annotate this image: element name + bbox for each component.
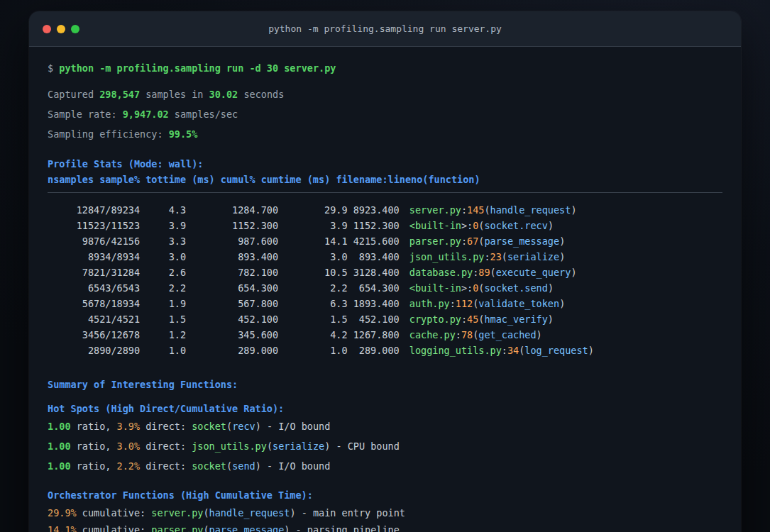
line-number: 45 — [467, 314, 478, 325]
bound-note: - CPU bound — [330, 440, 400, 452]
close-paren: ) — [548, 220, 554, 231]
sample-rate-line: Sample rate: 9,947.02 samples/sec — [48, 107, 722, 121]
filename: parser.py — [151, 524, 203, 532]
cumulative-label: cumulative: — [77, 524, 152, 532]
function-location-cell: database.py:89(execute_query) — [409, 267, 577, 278]
orchestrator-title: Orchestrator Functions (High Cumulative … — [48, 488, 722, 502]
close-paren: ) — [548, 314, 554, 325]
function-location-cell: cache.py:78(get_cached) — [409, 329, 542, 340]
terminal-output: $ python -m profiling.sampling run -d 30… — [29, 47, 741, 532]
profile-table-row: 7821/312842.6782.10010.53128.400database… — [48, 265, 722, 280]
tottime-cell: 782.100 — [186, 265, 278, 280]
colon-separator: : — [484, 251, 490, 262]
function-name: handle_request — [490, 204, 571, 216]
open-paren: ( — [267, 440, 273, 452]
close-paren: ) — [548, 282, 554, 294]
hot-spot-row: 1.00 ratio, 3.9% direct: socket(recv) - … — [48, 416, 722, 436]
close-paren: ) — [290, 507, 295, 519]
minimize-button[interactable] — [57, 25, 65, 33]
cumulative-label: cumulative: — [77, 507, 152, 519]
function-name: get_cached — [478, 329, 536, 340]
function-name: socket.send — [484, 282, 547, 294]
orchestrator-row: 14.1% cumulative: parser.py(parse_messag… — [48, 521, 722, 532]
sample-pct-cell: 4.3 — [140, 202, 186, 218]
filename: json_utils.py — [409, 251, 485, 262]
profile-table-row: 9876/421563.3987.60014.14215.600parser.p… — [48, 233, 722, 249]
nsamples-cell: 6543/6543 — [48, 280, 140, 296]
cumtime-cell: 8923.400 — [348, 202, 400, 218]
colon-separator: : — [456, 329, 461, 340]
ratio-value: 1.00 — [48, 460, 71, 472]
direct-label: direct: — [140, 440, 192, 452]
bound-note: - I/O bound — [261, 460, 331, 472]
cumul-pct-cell: 14.1 — [278, 233, 348, 249]
captured-label: Captured — [48, 89, 99, 100]
nsamples-cell: 3456/12678 — [48, 327, 140, 343]
colon-separator: : — [461, 235, 467, 247]
colon-separator: : — [450, 298, 456, 309]
close-button[interactable] — [43, 25, 51, 33]
filename: <built-in — [409, 282, 461, 294]
profile-table-row: 5678/189341.9567.8006.31893.400auth.py:1… — [48, 296, 722, 311]
captured-samples-line: Captured 298,547 samples in 30.02 second… — [48, 87, 722, 101]
direct-label: direct: — [140, 460, 192, 472]
hot-spot-row: 1.00 ratio, 2.2% direct: socket(send) - … — [48, 456, 722, 476]
command-line: $ python -m profiling.sampling run -d 30… — [48, 61, 722, 75]
nsamples-cell: 2890/2890 — [48, 343, 140, 358]
summary-title: Summary of Interesting Functions: — [48, 377, 722, 392]
close-paren: ) — [537, 329, 542, 340]
cumulative-pct: 29.9% — [48, 507, 77, 519]
nsamples-cell: 4521/4521 — [48, 311, 140, 327]
nsamples-cell: 8934/8934 — [48, 249, 140, 265]
profile-table-row: 11523/115233.91152.3003.91152.300<built-… — [48, 218, 722, 233]
ratio-value: 1.00 — [48, 421, 71, 432]
sample-pct-cell: 2.6 — [140, 265, 186, 280]
profile-table-row: 3456/126781.2345.6004.21267.800cache.py:… — [48, 327, 722, 343]
titlebar[interactable]: python -m profiling.sampling run server.… — [29, 11, 741, 47]
cumtime-cell: 1152.300 — [348, 218, 400, 233]
sample-pct-cell: 3.0 — [140, 249, 186, 265]
cumtime-cell: 289.000 — [348, 343, 400, 358]
colon-separator: : — [461, 314, 467, 325]
sample-pct-cell: 3.9 — [140, 218, 186, 233]
maximize-button[interactable] — [71, 25, 79, 33]
close-paren: ) — [559, 251, 565, 262]
function-name: socket.recv — [484, 220, 547, 231]
cumul-pct-cell: 1.0 — [278, 343, 348, 358]
nsamples-cell: 11523/11523 — [48, 218, 140, 233]
profile-table-row: 4521/45211.5452.1001.5452.100crypto.py:4… — [48, 311, 722, 327]
nsamples-cell: 7821/31284 — [48, 265, 140, 280]
traffic-lights — [29, 25, 79, 33]
function-location-cell: server.py:145(handle_request) — [409, 204, 577, 216]
filename: auth.py — [409, 298, 450, 309]
filename-suffix: > — [461, 282, 467, 294]
function-location-cell: <built-in>:0(socket.recv) — [409, 220, 554, 231]
efficiency-value: 99.5% — [169, 128, 198, 140]
function-location-cell: json_utils.py:23(serialize) — [409, 251, 566, 262]
direct-pct: 3.0% — [117, 440, 141, 452]
function-name: send — [232, 460, 255, 472]
cumul-pct-cell: 4.2 — [278, 327, 348, 343]
line-number: 34 — [507, 345, 519, 356]
role-note: - main entry point — [296, 507, 405, 519]
tottime-cell: 1284.700 — [186, 202, 278, 218]
filename: socket — [192, 460, 226, 472]
nsamples-cell: 5678/18934 — [48, 296, 140, 311]
command-text: python -m profiling.sampling run -d 30 s… — [59, 62, 336, 74]
cumtime-cell: 452.100 — [348, 311, 400, 327]
profile-table-row: 6543/65432.2654.3002.2654.300<built-in>:… — [48, 280, 722, 296]
window-title: python -m profiling.sampling run server.… — [29, 23, 741, 34]
open-paren: ( — [226, 460, 232, 472]
profile-table-row: 8934/89343.0893.4003.0893.400json_utils.… — [48, 249, 722, 265]
hot-spot-row: 1.00 ratio, 3.0% direct: json_utils.py(s… — [48, 436, 722, 456]
tottime-cell: 289.000 — [186, 343, 278, 358]
function-name: handle_request — [209, 507, 290, 519]
sample-count: 298,547 — [99, 89, 140, 100]
tottime-cell: 987.600 — [186, 233, 278, 249]
filename: parser.py — [409, 235, 461, 247]
cumtime-cell: 1267.800 — [348, 327, 400, 343]
filename: json_utils.py — [192, 440, 267, 452]
captured-mid-label: samples in — [140, 89, 209, 100]
function-name: execute_query — [496, 267, 571, 278]
tottime-cell: 1152.300 — [186, 218, 278, 233]
